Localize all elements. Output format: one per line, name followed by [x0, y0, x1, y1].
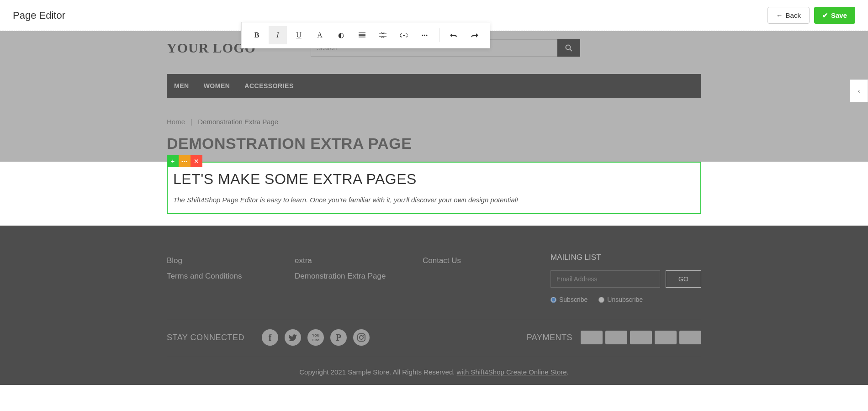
font-icon: A [317, 31, 323, 39]
payments-label: PAYMENTS [527, 333, 572, 342]
discover-badge [655, 331, 677, 344]
mastercard-badge [630, 331, 652, 344]
contrast-button[interactable]: ◐ [332, 26, 350, 44]
footer-link-contact[interactable]: Contact Us [423, 253, 523, 269]
content-edit-area[interactable]: LET'S MAKE SOME EXTRA PAGES The Shift4Sh… [167, 162, 701, 214]
footer-mailing: MAILING LIST GO Subscribe Unsubscribe [550, 253, 701, 303]
underline-icon: U [296, 31, 302, 39]
align-button[interactable] [353, 26, 371, 44]
back-button[interactable]: ← Back [767, 7, 810, 24]
toolbar-separator [439, 28, 439, 42]
footer-copyright: Copyright 2021 Sample Store. All Rights … [167, 356, 701, 376]
undo-icon [450, 33, 458, 37]
spacer [0, 214, 868, 226]
content-heading[interactable]: LET'S MAKE SOME EXTRA PAGES [173, 171, 695, 188]
nav-item-men[interactable]: MEN [167, 82, 196, 90]
save-label: Save [831, 11, 847, 19]
svg-point-0 [566, 45, 570, 50]
footer-dimmed: Blog Terms and Conditions extra Demonstr… [0, 226, 868, 385]
footer-link-demo[interactable]: Demonstration Extra Page [295, 269, 395, 284]
footer: Blog Terms and Conditions extra Demonstr… [0, 226, 868, 385]
line-height-icon [379, 32, 386, 38]
search-button[interactable] [557, 39, 580, 57]
side-panel-toggle[interactable]: ‹ [850, 79, 868, 102]
block-close-button[interactable]: ✕ [191, 155, 202, 167]
redo-icon [471, 33, 479, 37]
back-label: Back [786, 11, 801, 19]
search-icon [565, 44, 572, 52]
youtube-icon[interactable]: YouTube [307, 329, 324, 346]
social-icons: f YouTube P [262, 329, 370, 346]
footer-link-terms[interactable]: Terms and Conditions [167, 269, 267, 284]
footer-col-2: extra Demonstration Extra Page [295, 253, 395, 303]
chevron-left-icon: ‹ [858, 87, 860, 95]
footer-col-3: Contact Us [423, 253, 523, 303]
footer-col-1: Blog Terms and Conditions [167, 253, 267, 303]
italic-icon: I [276, 31, 279, 39]
edit-block-wrap: + ••• ✕ LET'S MAKE SOME EXTRA PAGES The … [0, 162, 868, 214]
font-button[interactable]: A [311, 26, 329, 44]
nav-item-accessories[interactable]: ACCESSORIES [237, 82, 301, 90]
pinterest-icon[interactable]: P [330, 329, 347, 346]
editor-title: Page Editor [13, 10, 65, 21]
paypal-badge [605, 331, 627, 344]
email-input[interactable] [550, 270, 660, 288]
subscribe-radio[interactable]: Subscribe [550, 296, 587, 303]
go-button[interactable]: GO [666, 270, 701, 288]
payment-badges [581, 331, 701, 344]
nav-bar: MEN WOMEN ACCESSORIES [167, 74, 701, 98]
svg-point-3 [363, 335, 364, 336]
footer-link-extra[interactable]: extra [295, 253, 395, 269]
credit-link[interactable]: with Shift4Shop Create Online Store [457, 368, 567, 376]
more-icon: ••• [422, 33, 428, 38]
amex-badge [679, 331, 701, 344]
format-toolbar: B I U A ◐ ••• [241, 22, 490, 48]
stay-connected-label: STAY CONNECTED [167, 333, 244, 342]
store-header-dimmed: YOUR LOGO MEN WOMEN ACCESSORIES [0, 31, 868, 162]
underline-button[interactable]: U [290, 26, 308, 44]
breadcrumb-current: Demonstration Extra Page [198, 118, 278, 126]
redo-button[interactable] [466, 26, 484, 44]
breadcrumb-sep: | [191, 118, 192, 126]
visa-badge [581, 331, 603, 344]
block-more-button[interactable]: ••• [179, 155, 191, 167]
footer-link-blog[interactable]: Blog [167, 253, 267, 269]
unsubscribe-radio[interactable]: Unsubscribe [598, 296, 643, 303]
bold-icon: B [254, 31, 259, 39]
instagram-icon[interactable] [353, 329, 370, 346]
editor-buttons: ← Back ✔ Save [767, 7, 855, 24]
bold-button[interactable]: B [248, 26, 266, 44]
twitter-icon[interactable] [285, 329, 301, 346]
breadcrumb: Home | Demonstration Extra Page [167, 118, 701, 126]
nav-item-women[interactable]: WOMEN [196, 82, 238, 90]
plus-icon: + [171, 158, 175, 165]
align-icon [359, 32, 365, 38]
close-icon: ✕ [194, 158, 199, 165]
mailing-title: MAILING LIST [550, 253, 701, 262]
facebook-icon[interactable]: f [262, 329, 278, 346]
check-icon: ✔ [822, 11, 828, 20]
dots-icon: ••• [181, 159, 188, 164]
link-button[interactable] [395, 26, 413, 44]
link-icon [400, 33, 408, 37]
undo-button[interactable] [445, 26, 463, 44]
italic-button[interactable]: I [269, 26, 287, 44]
content-paragraph[interactable]: The Shift4Shop Page Editor is easy to le… [173, 196, 695, 204]
preview-area: B I U A ◐ ••• YOUR LOGO [0, 31, 868, 385]
block-add-button[interactable]: + [167, 155, 179, 167]
breadcrumb-home[interactable]: Home [167, 118, 185, 126]
more-button[interactable]: ••• [416, 26, 434, 44]
page-title: DEMONSTRATION EXTRA PAGE [167, 135, 701, 153]
line-height-button[interactable] [374, 26, 392, 44]
contrast-icon: ◐ [338, 31, 344, 39]
arrow-left-icon: ← [776, 11, 783, 19]
save-button[interactable]: ✔ Save [814, 7, 855, 24]
block-controls: + ••• ✕ [167, 155, 202, 167]
svg-point-2 [360, 336, 363, 339]
